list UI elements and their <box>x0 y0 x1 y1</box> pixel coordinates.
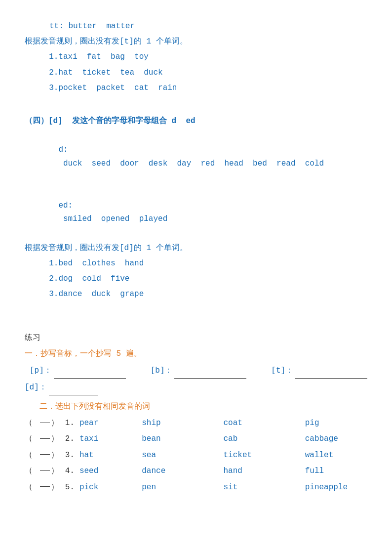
phonetic-p-blank[interactable] <box>54 378 126 379</box>
phonetic-b-label: [b]： <box>151 363 173 379</box>
paren-close-1: ） <box>51 416 65 430</box>
t-item-2: 2.hat ticket tea duck <box>25 66 367 80</box>
row5-w4: pineapple <box>305 480 367 495</box>
t-item-1: 1.taxi fat bag toy <box>25 50 367 64</box>
d-item-2: 2.dog cold five <box>25 272 367 286</box>
row-num-5: 5. <box>65 480 79 495</box>
ed-label: ed: <box>58 201 73 210</box>
paren-close-5: ） <box>51 480 65 495</box>
row3-w2: sea <box>142 448 223 463</box>
row1-w2: ship <box>142 416 223 430</box>
paren-open-4: （ <box>25 464 39 478</box>
row4-w1: seed <box>79 464 142 478</box>
phonetic-d-label: [d]： <box>25 380 47 395</box>
phonetic-p-label: [p]： <box>30 363 52 379</box>
row4-w3: hand <box>223 464 305 478</box>
d-item-1: 1.bed clothes hand <box>25 257 367 270</box>
row1-w1: pear <box>79 416 142 430</box>
ex1-title: 一．抄写音标，一个抄写 5 遍。 <box>25 347 367 361</box>
row-num-3: 3. <box>65 448 79 463</box>
row3-w4: wallet <box>305 448 367 463</box>
ex2-row-1: （ ） 1. pear ship coat pig <box>25 416 367 430</box>
row2-w3: cab <box>223 431 305 446</box>
row2-w4: cabbage <box>305 431 367 446</box>
rule-d-text: 根据发音规则，圈出没有发[d]的 1 个单词。 <box>25 242 367 255</box>
paren-close-2: ） <box>51 431 65 446</box>
d-row1-words: duck seed door desk day red head bed rea… <box>58 159 324 168</box>
answer-blank-3[interactable] <box>40 454 49 455</box>
ex2-row-5: （ ） 5. pick pen sit pineapple <box>25 480 367 495</box>
row-num-4: 4. <box>65 464 79 478</box>
row3-w3: ticket <box>223 448 305 463</box>
paren-open-3: （ <box>25 448 39 463</box>
row4-w2: dance <box>142 464 223 478</box>
row-num-2: 2. <box>65 431 79 446</box>
row5-w3: sit <box>223 480 305 495</box>
row2-w2: bean <box>142 431 223 446</box>
row1-w3: coat <box>223 416 305 430</box>
row5-w1: pick <box>79 480 142 495</box>
d-row1: d: duck seed door desk day red head bed … <box>25 130 367 184</box>
t-item-3: 3.pocket packet cat rain <box>25 82 367 95</box>
phonetic-t-label: [t]： <box>271 363 293 379</box>
ex2-row-2: （ ） 2. taxi bean cab cabbage <box>25 431 367 446</box>
row2-w1: taxi <box>79 431 142 446</box>
row3-w1: hat <box>79 448 142 463</box>
section-d-title: （四）[d] 发这个音的字母和字母组合 d ed <box>25 115 367 128</box>
paren-open-5: （ <box>25 480 39 495</box>
ex2-row-3: （ ） 3. hat sea ticket wallet <box>25 448 367 463</box>
row5-w2: pen <box>142 480 223 495</box>
paren-close-4: ） <box>51 464 65 478</box>
rule-t-text: 根据发音规则，圈出没有发[t]的 1 个单词。 <box>25 35 367 48</box>
answer-blank-4[interactable] <box>40 470 49 471</box>
phonetic-d-blank[interactable] <box>49 395 98 395</box>
d-label: d: <box>58 145 68 154</box>
phonetic-t-blank[interactable] <box>295 378 367 379</box>
row1-w4: pig <box>305 416 367 430</box>
exercise-title: 练习 <box>25 332 367 345</box>
ed-row2-words: smiled opened played <box>58 214 167 223</box>
row-num-1: 1. <box>65 416 79 430</box>
ex2-row-4: （ ） 4. seed dance hand full <box>25 464 367 478</box>
ex2-title: 二．选出下列没有相同发音的词 <box>25 400 367 414</box>
tt-label: tt: butter matter <box>25 20 367 33</box>
paren-open-1: （ <box>25 416 39 430</box>
d-row2: ed: smiled opened played <box>25 186 367 240</box>
phonetic-b-blank[interactable] <box>174 378 246 379</box>
paren-close-3: ） <box>51 448 65 463</box>
row4-w4: full <box>305 464 367 478</box>
d-item-3: 3.dance duck grape <box>25 288 367 301</box>
paren-open-2: （ <box>25 431 39 446</box>
answer-blank-1[interactable] <box>40 423 49 423</box>
answer-blank-5[interactable] <box>40 486 49 487</box>
answer-blank-2[interactable] <box>40 438 49 439</box>
